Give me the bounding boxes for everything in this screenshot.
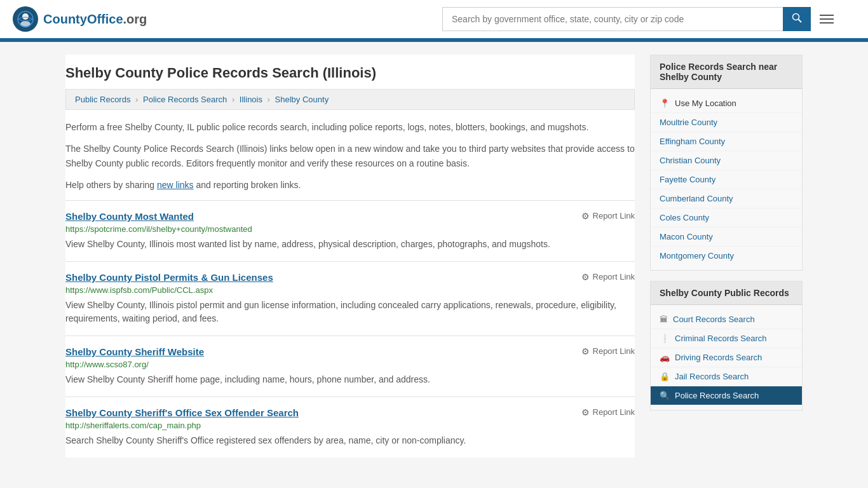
report-link-2[interactable]: ⚙ Report Link (581, 272, 635, 282)
logo-org: .org (123, 12, 147, 26)
description-3: Help others by sharing new links and rep… (65, 178, 635, 192)
search-button[interactable] (783, 7, 811, 31)
new-links-link[interactable]: new links (157, 180, 194, 190)
result-desc-4: Search Shelby County Sheriff's Office re… (65, 434, 635, 447)
logo-name: CountyOffice (43, 12, 123, 26)
menu-button[interactable] (817, 12, 836, 26)
logo-text[interactable]: CountyOffice.org (43, 12, 147, 27)
breadcrumb-illinois[interactable]: Illinois (240, 95, 262, 104)
location-icon: 📍 (660, 98, 670, 108)
sidebar-nearby-title: Police Records Search near Shelby County (651, 55, 802, 89)
result-desc-2: View Shelby County, Illinois pistol perm… (65, 299, 635, 325)
car-icon: 🚗 (660, 353, 670, 362)
sidebar-public-records-title: Shelby County Public Records (651, 281, 802, 305)
description-1: Perform a free Shelby County, IL public … (65, 120, 635, 134)
breadcrumb-public-records[interactable]: Public Records (75, 95, 130, 104)
report-link-1[interactable]: ⚙ Report Link (581, 211, 635, 221)
result-url-4: http://sheriffalerts.com/cap_main.php (65, 421, 635, 430)
breadcrumb: Public Records › Police Records Search ›… (65, 89, 635, 110)
court-icon: 🏛 (660, 315, 668, 324)
result-desc-1: View Shelby County, Illinois most wanted… (65, 238, 635, 251)
svg-point-1 (22, 13, 29, 20)
sidebar-nearby-content: 📍 Use My Location Moultrie County Effing… (651, 89, 802, 270)
main-container: Shelby County Police Records Search (Ill… (53, 42, 815, 470)
result-title-2[interactable]: Shelby County Pistol Permits & Gun Licen… (65, 272, 273, 283)
report-icon-4: ⚙ (581, 407, 590, 417)
logo-icon (13, 6, 38, 32)
report-icon-1: ⚙ (581, 211, 590, 221)
report-icon-3: ⚙ (581, 346, 590, 356)
result-item-4: Shelby County Sheriff's Office Sex Offen… (65, 396, 635, 458)
police-icon: 🔍 (660, 391, 670, 400)
breadcrumb-police-records-search[interactable]: Police Records Search (143, 95, 227, 104)
svg-point-4 (793, 14, 799, 20)
sidebar-item-jail-records[interactable]: 🔒 Jail Records Search (651, 367, 802, 386)
report-link-3[interactable]: ⚙ Report Link (581, 346, 635, 356)
sidebar-item-court-records[interactable]: 🏛 Court Records Search (651, 310, 802, 329)
sidebar-nearby-section: Police Records Search near Shelby County… (650, 55, 803, 271)
sidebar-item-cumberland[interactable]: Cumberland County (651, 189, 802, 208)
sidebar-item-coles[interactable]: Coles County (651, 208, 802, 227)
sidebar-item-criminal-records[interactable]: ❕ Criminal Records Search (651, 329, 802, 348)
sidebar-item-moultrie[interactable]: Moultrie County (651, 113, 802, 132)
result-url-1: https://spotcrime.com/il/shelby+county/m… (65, 224, 635, 234)
sidebar-item-fayette[interactable]: Fayette County (651, 170, 802, 189)
breadcrumb-shelby-county[interactable]: Shelby County (275, 95, 329, 104)
sidebar-item-christian[interactable]: Christian County (651, 151, 802, 170)
content-area: Shelby County Police Records Search (Ill… (65, 55, 635, 458)
svg-line-5 (799, 20, 802, 23)
search-area (442, 7, 836, 31)
logo-area: CountyOffice.org (13, 6, 147, 32)
result-title-1[interactable]: Shelby County Most Wanted (65, 211, 194, 222)
sidebar-item-effingham[interactable]: Effingham County (651, 132, 802, 151)
description-2: The Shelby County Police Records Search … (65, 142, 635, 170)
result-url-3: http://www.scso87.org/ (65, 360, 635, 369)
result-item-1: Shelby County Most Wanted ⚙ Report Link … (65, 200, 635, 261)
sidebar-public-records-content: 🏛 Court Records Search ❕ Criminal Record… (651, 305, 802, 410)
result-title-4[interactable]: Shelby County Sheriff's Office Sex Offen… (65, 407, 299, 418)
criminal-icon: ❕ (660, 334, 670, 343)
sidebar-item-driving-records[interactable]: 🚗 Driving Records Search (651, 348, 802, 367)
sidebar-item-police-records[interactable]: 🔍 Police Records Search (651, 386, 802, 405)
search-input[interactable] (442, 7, 783, 31)
report-link-4[interactable]: ⚙ Report Link (581, 407, 635, 417)
sidebar-item-use-location[interactable]: 📍 Use My Location (651, 94, 802, 113)
sidebar-item-macon[interactable]: Macon County (651, 227, 802, 247)
result-item-2: Shelby County Pistol Permits & Gun Licen… (65, 261, 635, 336)
report-icon-2: ⚙ (581, 272, 590, 282)
page-title: Shelby County Police Records Search (Ill… (65, 55, 635, 89)
result-url-2: https://www.ispfsb.com/Public/CCL.aspx (65, 285, 635, 295)
result-desc-3: View Shelby County Sheriff home page, in… (65, 373, 635, 386)
result-item-3: Shelby County Sheriff Website ⚙ Report L… (65, 336, 635, 396)
lock-icon: 🔒 (660, 372, 670, 381)
sidebar: Police Records Search near Shelby County… (650, 55, 803, 458)
sidebar-item-montgomery[interactable]: Montgomery County (651, 247, 802, 265)
header: CountyOffice.org (0, 0, 868, 40)
result-title-3[interactable]: Shelby County Sheriff Website (65, 346, 204, 357)
sidebar-public-records-section: Shelby County Public Records 🏛 Court Rec… (650, 281, 803, 410)
